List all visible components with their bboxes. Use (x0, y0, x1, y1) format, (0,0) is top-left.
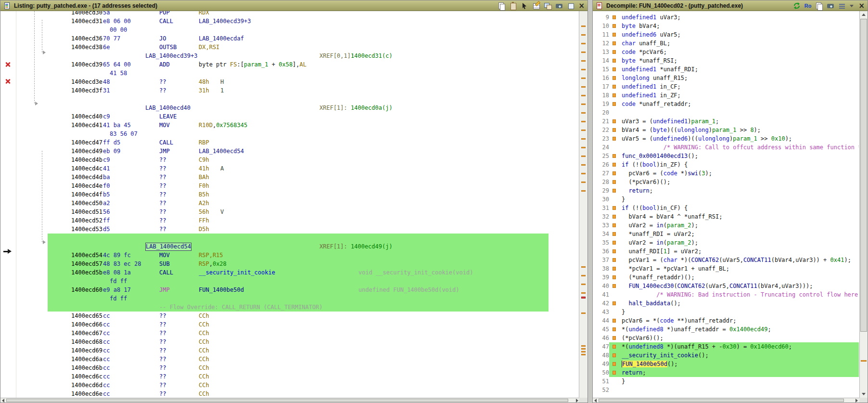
overview-mark[interactable] (581, 43, 586, 44)
listing-row[interactable]: 1400ecd3670 77JOLAB_1400ecdaf (0, 34, 580, 43)
decompiler-line[interactable]: 25func_0x0001400ecd13(); (593, 152, 859, 160)
diff-icon[interactable] (544, 2, 551, 10)
decompiler-line[interactable]: 23uVar5 = (undefined6)((ulonglong)param_… (593, 134, 859, 143)
listing-row[interactable]: 1400ecd5be8 08 1aCALL__security_init_coo… (0, 268, 580, 277)
close-icon[interactable]: × (858, 2, 865, 10)
decompiler-line[interactable]: 32 bVar4 = bVar4 ^ *unaff_RSI; (593, 212, 859, 221)
listing-row[interactable]: 1400ecd6bcc??CCh (0, 364, 580, 372)
overview-mark[interactable] (581, 351, 586, 352)
decompiler-line[interactable]: 22bVar4 = (byte)((ulonglong)param_1 >> 8… (593, 126, 859, 134)
decompiler-line[interactable]: 50return; (593, 368, 859, 377)
decompiler-line[interactable]: 16longlong unaff_R15; (593, 74, 859, 82)
decompiler-line[interactable]: 47*(undefined8 *)(unaff_R15 + -0x30) = 0… (593, 342, 859, 351)
listing-row[interactable]: fd ff (0, 294, 580, 303)
listing-header[interactable]: Listing: putty_patched.exe - (17 address… (0, 0, 587, 11)
decompiler-line[interactable]: 49FUN_1400be50d(); (593, 360, 859, 368)
overview-mark[interactable] (581, 345, 586, 347)
overview-mark[interactable] (581, 121, 586, 122)
listing-row[interactable]: -- Flow Override: CALL_RETURN (CALL_TERM… (0, 303, 580, 312)
overview-mark[interactable] (581, 348, 586, 350)
camera-icon[interactable] (827, 2, 834, 10)
listing-row[interactable]: 1400ecd6acc??CCh (0, 355, 580, 364)
decompiler-line[interactable]: 38 *pcVar1 = *pcVar1 + unaff_BL; (593, 264, 859, 273)
overview-mark[interactable] (581, 60, 586, 62)
decompiler-line[interactable]: 40 FUN_1400ecd30(CONCAT62(uVar5,CONCAT11… (593, 282, 859, 290)
listing-row[interactable]: 1400ecd65cc??CCh (0, 312, 580, 320)
decompiler-line[interactable]: 19code *unaff_retaddr; (593, 100, 859, 108)
overview-mark[interactable] (581, 112, 586, 114)
decompiler-line[interactable]: 46(*pcVar6)(); (593, 334, 859, 342)
listing-row[interactable]: 1400ecd31e8 06 00CALLLAB_1400ecd39+3 (0, 17, 580, 26)
decompiler-line[interactable]: 15undefined1 *unaff_RDI; (593, 65, 859, 74)
listing-row[interactable]: 1400ecd50a2??A2h (0, 199, 580, 208)
decompiler-line[interactable]: 14byte *unaff_RSI; (593, 56, 859, 65)
decompiler-line[interactable]: 26if (!(bool)in_ZF) { (593, 160, 859, 169)
overview-mark[interactable] (581, 78, 586, 79)
listing-row[interactable]: 1400ecd47ff d5CALLRBP (0, 138, 580, 147)
decompiler-line[interactable]: 42 halt_baddata(); (593, 299, 859, 308)
listing-row[interactable]: 1400ecd60e9 a8 17JMPFUN_1400be50dundefin… (0, 286, 580, 294)
overview-mark[interactable] (581, 69, 586, 70)
decompiler-line[interactable]: 39 (*unaff_retaddr)(); (593, 273, 859, 282)
decompiler-line[interactable]: 9undefined1 uVar3; (593, 13, 859, 22)
listing-row[interactable]: 1400ecd5748 83 ec 28SUBRSP,0x28 (0, 260, 580, 268)
listing-row[interactable]: 1400ecd3e48??48hH (0, 78, 580, 86)
listing-overview-margin[interactable] (579, 11, 587, 398)
overview-mark[interactable] (581, 52, 586, 53)
readonly-badge[interactable]: Ro (804, 3, 812, 9)
listing-row[interactable]: 1400ecd4ef0??F0h (0, 182, 580, 190)
decompiler-hscrollbar[interactable] (593, 398, 859, 403)
listing-row[interactable] (0, 95, 580, 104)
decompiler-line[interactable]: 11undefined6 uVar5; (593, 30, 859, 39)
decompiler-line[interactable]: 12char unaff_BL; (593, 39, 859, 48)
decompiler-line[interactable]: 30} (593, 195, 859, 204)
decompiler-line[interactable]: 27 pcVar6 = (code *)swi(3); (593, 169, 859, 178)
decompiler-line[interactable]: 51} (593, 377, 859, 386)
decompiler-line[interactable]: 20 (593, 108, 859, 117)
overview-mark[interactable] (581, 266, 586, 268)
copy-icon[interactable] (498, 2, 505, 10)
overview-mark[interactable] (581, 354, 586, 355)
overview-mark[interactable] (581, 26, 586, 27)
copy-icon[interactable] (815, 2, 823, 10)
decompiler-header[interactable]: Decompile: FUN_1400ecd02 - (putty_patche… (593, 0, 868, 11)
decompiler-line[interactable]: 35 uVar2 = in(param_2); (593, 238, 859, 247)
overview-mark[interactable] (581, 156, 586, 157)
listing-row[interactable]: 00 00 (0, 26, 580, 34)
overview-mark[interactable] (581, 190, 586, 192)
listing-row[interactable]: 1400ecd49eb 09JMPLAB_1400ecd54 (0, 147, 580, 156)
listing-row[interactable]: 41 58 (0, 69, 580, 78)
listing-row[interactable]: 1400ecd4bc9??C9h (0, 156, 580, 164)
listing-row[interactable]: fd ff (0, 277, 580, 286)
decompiler-line[interactable]: 52 (593, 386, 859, 394)
listing-row[interactable]: LAB_1400ecd40XREF[1]:1400ecd0a(j) (0, 104, 580, 112)
decompiler-line[interactable]: 13code *pcVar6; (593, 48, 859, 56)
listing-row[interactable]: LAB_1400ecd39+3XREF[0,1]:1400ecd31(c) (0, 52, 580, 60)
listing-hscrollbar[interactable] (0, 398, 580, 403)
overview-mark[interactable] (581, 173, 586, 174)
overview-mark[interactable] (581, 86, 586, 88)
decompiler-line[interactable]: 33 uVar2 = in(param_2); (593, 221, 859, 230)
snapshot-icon[interactable] (567, 2, 574, 10)
decompiler-line[interactable]: 45*(undefined8 *)unaff_retaddr = 0x1400e… (593, 325, 859, 334)
listing-row[interactable]: 1400ecd305aPOPRDX (0, 11, 580, 17)
decompiler-line[interactable]: 43} (593, 308, 859, 316)
listing-row[interactable]: 1400ecd68cc??CCh (0, 338, 580, 346)
listing-row[interactable]: 1400ecd52ff??FFh (0, 216, 580, 225)
listing-row[interactable]: 1400ecd5156??56hV (0, 208, 580, 216)
listing-row[interactable]: 1400ecd40c9LEAVE (0, 112, 580, 121)
listing-body[interactable]: 1400ecd305aPOPRDX1400ecd31e8 06 00CALLLA… (0, 11, 587, 398)
listing-row[interactable]: 1400ecd67cc??CCh (0, 329, 580, 338)
decompiler-line[interactable]: 10byte bVar4; (593, 22, 859, 30)
overview-mark[interactable] (581, 104, 586, 105)
decompiler-line[interactable]: 41 /* WARNING: Bad instruction - Truncat… (593, 290, 859, 299)
listing-row[interactable]: 1400ecd6dcc??CCh (0, 381, 580, 390)
decompiler-line[interactable]: 18undefined1 in_ZF; (593, 91, 859, 100)
decompiler-line[interactable]: 48__security_init_cookie(); (593, 351, 859, 360)
overview-mark[interactable] (581, 147, 586, 148)
decompiler-line[interactable]: 36 unaff_RDI[1] = uVar2; (593, 247, 859, 256)
listing-row[interactable]: 1400ecd4dba??BAh (0, 173, 580, 182)
panel-splitter[interactable] (588, 0, 592, 403)
decompiler-line[interactable]: 31if (!(bool)in_CF) { (593, 204, 859, 212)
decompiler-line[interactable]: 21uVar3 = (undefined1)param_1; (593, 117, 859, 126)
